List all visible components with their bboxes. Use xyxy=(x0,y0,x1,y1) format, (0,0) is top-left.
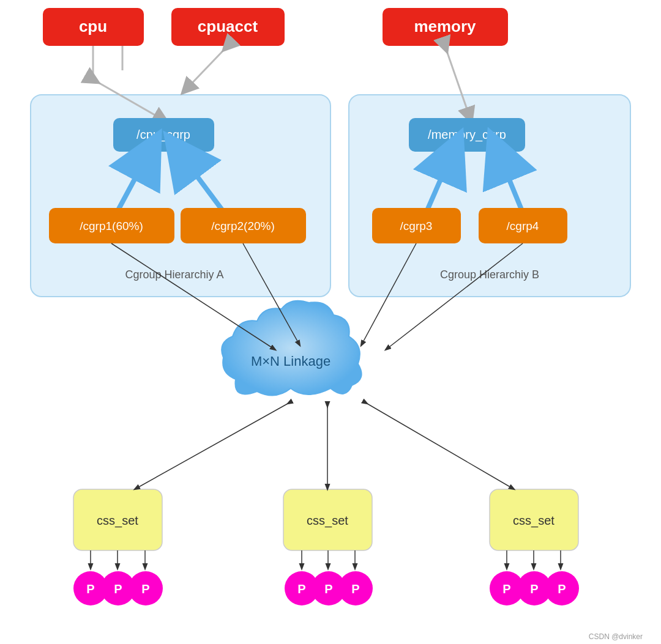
css-set-2-label: css_set xyxy=(307,514,348,528)
cpu-label: cpu xyxy=(79,17,107,35)
hierarchy-a-label: Cgroup Hierarchiy A xyxy=(125,268,223,281)
svg-text:P: P xyxy=(558,582,566,596)
watermark: CSDN @dvinker xyxy=(589,632,643,641)
svg-text:P: P xyxy=(141,582,149,596)
cloud-group: M×N Linkage xyxy=(222,301,361,396)
cgrp4-label: /cgrp4 xyxy=(507,220,539,232)
css-set-1-label: css_set xyxy=(97,514,138,528)
css-set-3-label: css_set xyxy=(513,514,555,528)
cgrp1-label: /cgrp1(60%) xyxy=(80,220,143,232)
memory-cgrp-label: /memory_cgrp xyxy=(428,128,506,142)
main-diagram: Cgroup Hierarchiy A Cgroup Hierarchiy B … xyxy=(0,0,661,644)
svg-line-15 xyxy=(367,404,514,489)
svg-text:P: P xyxy=(324,582,332,596)
svg-text:P: P xyxy=(297,582,305,596)
svg-text:P: P xyxy=(86,582,94,596)
linkage-label: M×N Linkage xyxy=(251,353,330,369)
svg-text:P: P xyxy=(114,582,122,596)
svg-line-3 xyxy=(187,46,228,89)
hierarchy-b-label: Cgroup Hierarchiy B xyxy=(440,268,539,281)
cgrp2-label: /cgrp2(20%) xyxy=(211,220,275,232)
svg-text:P: P xyxy=(502,582,510,596)
cgrp3-label: /cgrp3 xyxy=(400,220,433,232)
cpuacct-label: cpuacct xyxy=(198,17,258,35)
svg-text:P: P xyxy=(351,582,359,596)
svg-text:P: P xyxy=(530,582,538,596)
memory-label: memory xyxy=(414,17,476,35)
cpu-cgrp-label: /cpu_cgrp xyxy=(136,128,190,142)
svg-line-13 xyxy=(135,404,288,489)
